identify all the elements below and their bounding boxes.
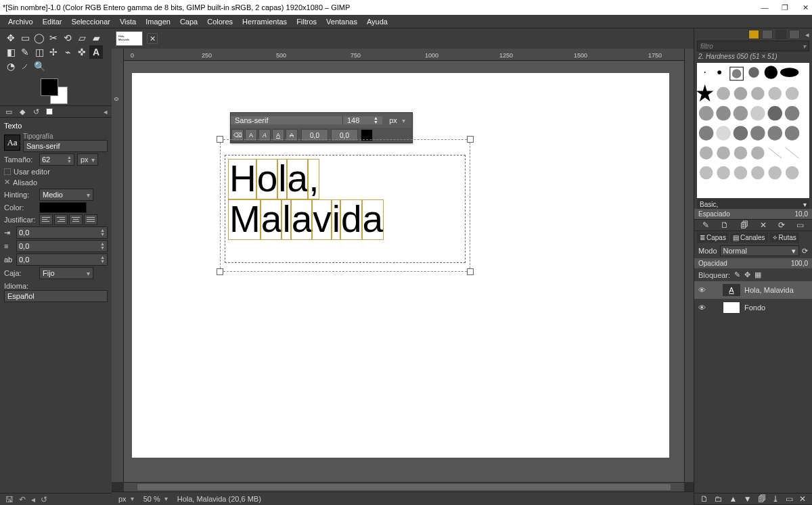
tool-clone[interactable]: ✢: [47, 45, 60, 59]
close-button[interactable]: ✕: [801, 3, 809, 12]
minimize-button[interactable]: —: [761, 3, 769, 12]
size-spinner[interactable]: 62▲▼: [39, 153, 74, 166]
layer-merge-icon[interactable]: ⤓: [772, 494, 779, 504]
handle-ne[interactable]: [467, 136, 474, 143]
ruler-vertical[interactable]: 0: [112, 49, 124, 482]
brush-edit-icon[interactable]: ✎: [702, 220, 709, 230]
hinting-combo[interactable]: Medio▾: [39, 189, 93, 201]
brush-duplicate-icon[interactable]: 🗐: [740, 220, 748, 230]
layer-group-icon[interactable]: 🗀: [715, 494, 723, 504]
indent-spinner[interactable]: 0,0▲▼: [16, 226, 108, 239]
opacity-slider[interactable]: Opacidad100,0: [694, 258, 812, 268]
fg-color-swatch[interactable]: [41, 78, 58, 96]
menu-colores[interactable]: Colores: [203, 16, 237, 27]
visibility-icon[interactable]: 👁: [698, 286, 708, 294]
line-spacing-spinner[interactable]: 0,0▲▼: [16, 240, 108, 252]
document-thumbnail[interactable]: Hola,Malavida: [116, 31, 143, 46]
tab-history-icon[interactable]: ↺: [31, 107, 41, 116]
letter-spacing-spinner[interactable]: 0,0▲▼: [16, 254, 108, 266]
brush-refresh-icon[interactable]: ⟳: [778, 220, 785, 230]
menu-imagen[interactable]: Imagen: [141, 16, 175, 27]
color-swatches[interactable]: [0, 77, 112, 101]
brush-preset-combo[interactable]: Basic,▾: [697, 199, 809, 209]
brush-delete-icon[interactable]: ✕: [760, 220, 767, 230]
font-preview-icon[interactable]: Aa: [4, 135, 20, 151]
justify-right[interactable]: [54, 214, 68, 225]
justify-fill[interactable]: [84, 214, 97, 225]
brush-new-icon[interactable]: 🗋: [721, 220, 729, 230]
handle-sw[interactable]: [217, 268, 223, 275]
brush-filter-input[interactable]: filtro▾: [697, 41, 809, 51]
popup-unit[interactable]: px▾: [382, 116, 412, 124]
tab-layers[interactable]: ≣ Capas: [697, 233, 729, 243]
tool-warp[interactable]: ▱: [75, 31, 89, 45]
layer-new-icon[interactable]: 🗋: [700, 494, 708, 504]
text-color-box[interactable]: [39, 202, 87, 213]
tool-brush[interactable]: ✎: [18, 45, 32, 59]
layer-up-icon[interactable]: ▲: [729, 494, 737, 504]
canvas-text[interactable]: Hola,Malavida: [229, 159, 383, 240]
delete-preset-icon[interactable]: ◂: [31, 495, 35, 504]
tool-move[interactable]: ✥: [4, 31, 18, 45]
mode-combo[interactable]: Normal▾: [720, 245, 799, 256]
tab-patterns[interactable]: [762, 30, 773, 39]
lock-pixels-icon[interactable]: ✎: [734, 270, 740, 279]
menu-editar[interactable]: Editar: [39, 16, 66, 27]
tab-image-icon[interactable]: [45, 107, 54, 116]
tab-brushes[interactable]: [748, 30, 759, 39]
brush-open-icon[interactable]: ▭: [796, 220, 804, 230]
visibility-icon[interactable]: 👁: [698, 304, 708, 312]
popup-size-spinner[interactable]: 148▲▼: [343, 116, 382, 124]
tool-text[interactable]: A: [89, 45, 103, 59]
tool-measure[interactable]: ⟋: [18, 59, 32, 73]
tool-gradient[interactable]: ◧: [4, 45, 18, 59]
canvas[interactable]: Sans-serif 148▲▼ px▾ ⌫ A A A A 0,0 0,0: [132, 73, 669, 458]
size-unit[interactable]: px▾: [77, 153, 98, 166]
tool-transform[interactable]: ⟲: [61, 31, 74, 45]
use-editor-check[interactable]: Usar editor: [4, 168, 108, 176]
tab-history2[interactable]: [789, 30, 800, 39]
justify-center[interactable]: [69, 214, 83, 225]
tool-smudge[interactable]: ⌁: [61, 45, 74, 59]
menu-ayuda[interactable]: Ayuda: [363, 16, 392, 27]
vertical-scrollbar[interactable]: [684, 49, 694, 482]
horizontal-scrollbar[interactable]: [124, 482, 684, 491]
tab-device-icon[interactable]: ◆: [18, 107, 27, 116]
menu-herramientas[interactable]: Herramientas: [238, 16, 291, 27]
antialias-check[interactable]: ✕Alisado: [4, 178, 108, 187]
box-combo[interactable]: Fijo▾: [39, 267, 93, 279]
lock-alpha-icon[interactable]: ▦: [754, 270, 761, 279]
brush-spacing[interactable]: Espaciado10,0: [694, 209, 812, 219]
handle-se[interactable]: [467, 268, 474, 275]
language-combo[interactable]: Español: [4, 290, 108, 302]
reset-preset-icon[interactable]: ↺: [41, 495, 47, 504]
layer-duplicate-icon[interactable]: 🗐: [758, 494, 766, 504]
layer-row[interactable]: 👁 Hola, Malavida: [694, 281, 812, 299]
status-unit[interactable]: px▾: [116, 494, 137, 504]
tool-rect-select[interactable]: ▭: [18, 31, 32, 45]
mode-switch-icon[interactable]: ⟳: [802, 247, 808, 256]
tab-channels[interactable]: ▤ Canales: [730, 233, 768, 243]
tool-zoom[interactable]: 🔍: [32, 59, 46, 73]
dock-menu-icon[interactable]: ◂: [805, 30, 809, 39]
status-zoom[interactable]: 50 %▾: [141, 494, 171, 504]
tool-free-select[interactable]: ◯: [32, 31, 46, 45]
tab-fonts[interactable]: [775, 30, 786, 39]
tab-tooloptions-icon[interactable]: ▭: [4, 107, 14, 116]
layer-mask-icon[interactable]: ▭: [786, 494, 793, 504]
layer-name[interactable]: Fondo: [744, 304, 765, 312]
save-preset-icon[interactable]: 🖫: [5, 495, 14, 504]
restore-preset-icon[interactable]: ↶: [19, 495, 26, 504]
menu-ventanas[interactable]: Ventanas: [322, 16, 361, 27]
menu-seleccionar[interactable]: Seleccionar: [67, 16, 114, 27]
text-bounding-box[interactable]: Hola,Malavida: [220, 139, 470, 272]
justify-left[interactable]: [39, 214, 53, 225]
layer-row[interactable]: 👁 Fondo: [694, 299, 812, 316]
tool-crop[interactable]: ✂: [47, 31, 60, 45]
handle-nw[interactable]: [217, 136, 223, 143]
menu-capa[interactable]: Capa: [176, 16, 202, 27]
lock-position-icon[interactable]: ✥: [744, 270, 750, 279]
tool-color-picker[interactable]: ◔: [4, 59, 18, 73]
menu-filtros[interactable]: Filtros: [292, 16, 321, 27]
tab-paths[interactable]: ✧ Rutas: [769, 233, 799, 243]
